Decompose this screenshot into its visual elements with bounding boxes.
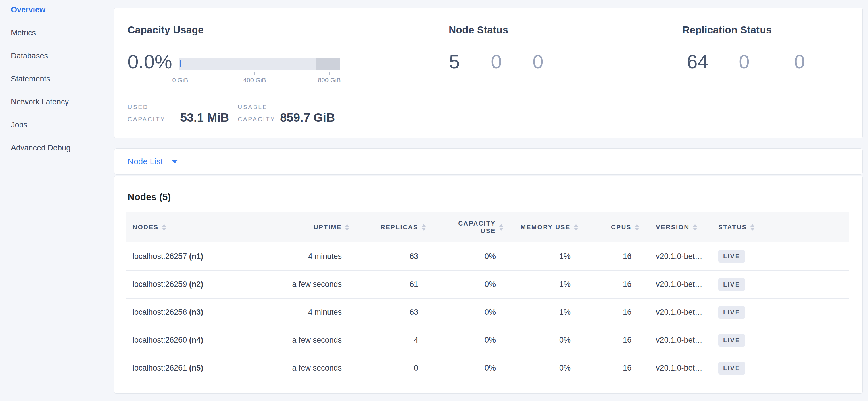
node-address-cell[interactable]: localhost:26257 (n1)	[126, 242, 280, 270]
column-header-version[interactable]: VERSION	[639, 212, 710, 242]
uptime-cell: a few seconds	[280, 354, 349, 382]
sidebar-nav: Overview Metrics Databases Statements Ne…	[0, 5, 112, 166]
axis-tick	[254, 71, 255, 75]
column-header-cpus[interactable]: CPUS	[578, 212, 639, 242]
sidebar-item[interactable]: Advanced Debug	[0, 143, 112, 166]
nodes-table: NODES UPTIME REPLICAS CAPACITY USE MEMOR…	[126, 212, 849, 382]
status-cell: LIVE	[710, 298, 849, 326]
sort-icon[interactable]	[693, 224, 697, 231]
status-badge: LIVE	[718, 278, 745, 291]
replicas-cell: 63	[349, 298, 425, 326]
node-address-cell[interactable]: localhost:26259 (n2)	[126, 270, 280, 298]
table-row[interactable]: localhost:26258 (n3) 4 minutes 63 0% 1% …	[126, 298, 849, 326]
chevron-down-icon	[172, 160, 178, 163]
replicas-cell: 63	[349, 242, 425, 270]
status-cell: LIVE	[710, 242, 849, 270]
sidebar-item-label: Overview	[11, 5, 45, 14]
sidebar-item-label: Statements	[11, 75, 50, 83]
axis-tick	[329, 71, 330, 75]
table-row[interactable]: localhost:26257 (n1) 4 minutes 63 0% 1% …	[126, 242, 849, 270]
sidebar-item[interactable]: Overview	[0, 5, 112, 28]
column-header-memory-use[interactable]: MEMORY USE	[503, 212, 578, 242]
uptime-cell: 4 minutes	[280, 298, 349, 326]
status-badge: LIVE	[718, 334, 745, 347]
sidebar-item[interactable]: Network Latency	[0, 97, 112, 120]
axis-label-0: 0 GiB	[172, 77, 188, 84]
column-header-status[interactable]: STATUS	[710, 212, 849, 242]
node-address-cell[interactable]: localhost:26261 (n5)	[126, 354, 280, 382]
node-address-cell[interactable]: localhost:26260 (n4)	[126, 326, 280, 354]
memory-use-cell: 0%	[503, 354, 578, 382]
unavailable-ranges-value: 0	[794, 51, 805, 73]
sort-icon[interactable]	[499, 224, 503, 231]
sort-icon[interactable]	[345, 224, 349, 231]
cpus-cell: 16	[578, 298, 639, 326]
replicas-cell: 4	[349, 326, 425, 354]
sidebar-item-label: Databases	[11, 52, 48, 60]
sidebar-item[interactable]: Metrics	[0, 28, 112, 51]
capacity-usage-title: Capacity Usage	[128, 24, 204, 36]
replicas-cell: 0	[349, 354, 425, 382]
usable-capacity-value: 859.7 GiB	[280, 111, 335, 124]
axis-tick	[292, 71, 292, 75]
version-cell: v20.1.0-bet…	[639, 242, 710, 270]
capacity-bar-reserved-segment	[316, 58, 340, 70]
version-cell: v20.1.0-bet…	[639, 326, 710, 354]
total-ranges-value: 64	[687, 51, 709, 73]
sort-icon[interactable]	[422, 224, 426, 231]
capacity-use-cell: 0%	[425, 298, 503, 326]
sort-icon[interactable]	[635, 224, 639, 231]
sidebar: Overview Metrics Databases Statements Ne…	[0, 0, 112, 401]
sidebar-item-label: Metrics	[11, 28, 36, 37]
node-list-dropdown[interactable]: Node List	[128, 149, 178, 174]
status-badge: LIVE	[718, 362, 745, 375]
uptime-cell: a few seconds	[280, 270, 349, 298]
table-row[interactable]: localhost:26259 (n2) a few seconds 61 0%…	[126, 270, 849, 298]
cpus-cell: 16	[578, 354, 639, 382]
table-row[interactable]: localhost:26261 (n5) a few seconds 0 0% …	[126, 354, 849, 382]
column-header-replicas[interactable]: REPLICAS	[349, 212, 425, 242]
memory-use-cell: 1%	[503, 242, 578, 270]
status-cell: LIVE	[710, 326, 849, 354]
sidebar-item-label: Jobs	[11, 120, 27, 129]
sidebar-item[interactable]: Databases	[0, 51, 112, 74]
status-cell: LIVE	[710, 354, 849, 382]
capacity-use-cell: 0%	[425, 354, 503, 382]
axis-label-800: 800 GiB	[318, 77, 341, 84]
axis-label-400: 400 GiB	[243, 77, 266, 84]
version-cell: v20.1.0-bet…	[639, 298, 710, 326]
node-status-title: Node Status	[449, 24, 508, 36]
cpus-cell: 16	[578, 242, 639, 270]
sidebar-item-label: Advanced Debug	[11, 144, 70, 152]
capacity-usage-bar	[179, 58, 340, 70]
used-capacity-label: USED CAPACITY	[128, 101, 177, 125]
axis-tick	[180, 71, 181, 75]
under-replicated-ranges-value: 0	[739, 51, 750, 73]
replicas-cell: 61	[349, 270, 425, 298]
column-header-capacity-use[interactable]: CAPACITY USE	[425, 212, 503, 242]
version-cell: v20.1.0-bet…	[639, 270, 710, 298]
sort-icon[interactable]	[162, 224, 166, 231]
memory-use-cell: 1%	[503, 270, 578, 298]
node-address-cell[interactable]: localhost:26258 (n3)	[126, 298, 280, 326]
dead-nodes-value: 0	[533, 51, 544, 73]
cluster-summary-card: Capacity Usage 0.0% 0 GiB 400 GiB 800 Gi…	[114, 8, 863, 138]
status-badge: LIVE	[718, 306, 745, 319]
status-badge: LIVE	[718, 250, 745, 263]
nodes-table-title: Nodes (5)	[128, 191, 171, 203]
memory-use-cell: 0%	[503, 326, 578, 354]
column-header-nodes[interactable]: NODES	[126, 212, 280, 242]
table-row[interactable]: localhost:26260 (n4) a few seconds 4 0% …	[126, 326, 849, 354]
sidebar-item[interactable]: Jobs	[0, 120, 112, 143]
memory-use-cell: 1%	[503, 298, 578, 326]
replication-status-title: Replication Status	[682, 24, 772, 36]
uptime-cell: 4 minutes	[280, 242, 349, 270]
sort-icon[interactable]	[750, 224, 754, 231]
capacity-used-percent: 0.0%	[128, 51, 172, 73]
sort-icon[interactable]	[574, 224, 578, 231]
nodes-table-body: localhost:26257 (n1) 4 minutes 63 0% 1% …	[126, 242, 849, 382]
column-header-uptime[interactable]: UPTIME	[280, 212, 349, 242]
sidebar-item[interactable]: Statements	[0, 74, 112, 97]
usable-capacity-label: USABLE CAPACITY	[238, 101, 286, 125]
version-cell: v20.1.0-bet…	[639, 354, 710, 382]
